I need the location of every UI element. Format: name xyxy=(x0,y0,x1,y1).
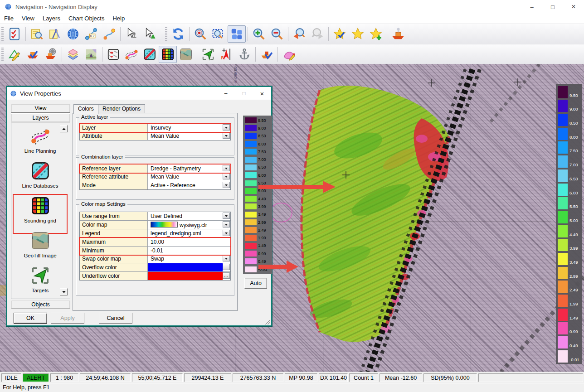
zoom-prev-button[interactable] xyxy=(290,25,308,43)
boat-sonar-button[interactable] xyxy=(42,46,60,63)
dropdown-button[interactable] xyxy=(223,230,230,236)
refresh-button[interactable] xyxy=(169,25,187,43)
property-value-mode[interactable]: Active - Reference xyxy=(148,181,230,189)
boat-check-button[interactable] xyxy=(24,46,42,63)
color-picker-button[interactable]: ... xyxy=(223,272,230,279)
measure-button[interactable]: 6.2 xyxy=(82,25,100,43)
zoom-out-button[interactable] xyxy=(268,25,286,43)
pan-button[interactable] xyxy=(228,25,246,43)
status-cell-7: MP 90.98 xyxy=(285,373,317,382)
ship-button[interactable] xyxy=(389,25,407,43)
dialog-minimize-button[interactable]: – xyxy=(217,87,235,100)
close-button[interactable]: × xyxy=(563,0,584,14)
property-value-use-range-from[interactable]: User Defined xyxy=(148,212,230,220)
dialog-close-button[interactable]: × xyxy=(253,87,271,100)
toolbar-grip[interactable] xyxy=(165,27,167,41)
anchor-button[interactable] xyxy=(235,46,253,63)
star-button[interactable] xyxy=(349,25,367,43)
status-cell-9: Count 1 xyxy=(349,373,378,382)
doc-search-icon xyxy=(30,27,44,41)
property-row: AttributeMean Value xyxy=(80,132,230,140)
dropdown-button[interactable] xyxy=(223,132,230,139)
layers-panel-button[interactable]: Layers xyxy=(11,113,70,122)
dialog-color-legend: 9.509.008.508.007.507.006.506.005.505.00… xyxy=(243,116,272,274)
property-value-color-map[interactable]: wysiwyg.clr xyxy=(148,221,230,229)
auto-button[interactable]: Auto xyxy=(244,278,267,289)
toolbar-grip[interactable] xyxy=(1,48,4,61)
menu-view[interactable]: View xyxy=(18,14,39,24)
property-value-attribute[interactable]: Mean Value xyxy=(148,132,230,140)
legend-entry: 0.49 xyxy=(558,335,582,349)
tab-render-options[interactable]: Render Options xyxy=(98,104,145,113)
layers-stack-button[interactable] xyxy=(64,46,82,63)
resize-grip[interactable] xyxy=(264,319,270,324)
edit-drawing-button[interactable] xyxy=(5,46,24,63)
dredge-boat-button[interactable] xyxy=(258,46,276,63)
anchor-cursor-button[interactable] xyxy=(122,25,141,43)
line-db-button[interactable] xyxy=(141,46,159,63)
objects-panel-button[interactable]: Objects xyxy=(11,300,70,309)
geotiff-button[interactable] xyxy=(177,46,195,63)
toolbar-grip[interactable] xyxy=(1,27,4,41)
toolbar-separator xyxy=(120,27,121,41)
layer-item-geotiff-image[interactable]: GeoTiff Image xyxy=(15,231,66,267)
property-value-layer[interactable]: Insurvey xyxy=(148,124,230,132)
menu-help[interactable]: Help xyxy=(108,14,129,24)
layer-item-line-databases[interactable]: Line Databases xyxy=(15,161,66,197)
minimize-button[interactable]: – xyxy=(521,0,542,14)
dialog-title-bar[interactable]: View Properties – □ × xyxy=(7,87,271,100)
layer-item-targets[interactable]: Targets xyxy=(15,266,66,299)
property-value-underflow-color[interactable]: ... xyxy=(148,272,230,280)
dropdown-button[interactable] xyxy=(223,221,230,227)
layer-item-sounding-grid[interactable]: Sounding grid xyxy=(15,196,66,232)
status-bar: IDLEALERT1 : 98024;59;46.108 N55;00;45.7… xyxy=(0,372,584,383)
property-value-overflow-color[interactable]: ... xyxy=(148,263,230,271)
property-value-reference-layer[interactable]: Dredge - Bathymetry xyxy=(148,165,230,173)
property-value-legend[interactable]: legend_dredging.xml xyxy=(148,229,230,237)
property-value-swap-color-map[interactable]: Swap xyxy=(148,255,230,263)
menu-chart-objects[interactable]: Chart Objects xyxy=(64,14,108,24)
maximize-button[interactable]: □ xyxy=(542,0,563,14)
toolbar-separator xyxy=(288,27,288,41)
property-value-minimum[interactable]: -0.01 xyxy=(148,247,230,255)
color-picker-button[interactable]: ... xyxy=(223,264,230,270)
zoom-in-icon xyxy=(252,27,266,41)
scroll-down-button[interactable] xyxy=(60,288,68,295)
checklist-button[interactable] xyxy=(5,25,24,43)
property-value-reference-attribute[interactable]: Mean Value xyxy=(148,173,230,181)
target-cursor-button[interactable] xyxy=(141,25,159,43)
dropdown-button[interactable] xyxy=(223,124,230,131)
view-panel-button[interactable]: View xyxy=(11,104,70,113)
layer-item-line-planning[interactable]: Line Planning xyxy=(15,126,66,162)
dropdown-button[interactable] xyxy=(223,165,230,171)
zoom-in-button[interactable] xyxy=(250,25,268,43)
tab-colors[interactable]: Colors xyxy=(73,104,98,114)
ok-button[interactable]: OK xyxy=(14,313,47,324)
north-arrow-button[interactable]: N xyxy=(217,46,235,63)
seabed-image-button[interactable] xyxy=(104,46,122,63)
scroll-up-button[interactable] xyxy=(60,125,68,132)
track-lines-button[interactable] xyxy=(122,46,141,63)
doc-search-button[interactable] xyxy=(28,25,46,43)
chart-boat-button[interactable] xyxy=(82,46,100,63)
menu-layers[interactable]: Layers xyxy=(39,14,64,24)
target-arrow-button[interactable] xyxy=(199,46,217,63)
star-add-button[interactable] xyxy=(367,25,385,43)
zoom-target-button[interactable] xyxy=(191,25,209,43)
star-check-button[interactable] xyxy=(331,25,349,43)
cancel-button[interactable]: Cancel xyxy=(99,313,132,324)
echo-edit-button[interactable] xyxy=(280,46,298,63)
menu-file[interactable]: File xyxy=(0,14,18,24)
compass-button[interactable] xyxy=(46,25,64,43)
title-bar: Navigation - Navigation Display – □ × xyxy=(0,0,584,14)
sounding-grid-button[interactable] xyxy=(159,46,177,63)
globe-button[interactable] xyxy=(64,25,82,43)
dropdown-button[interactable] xyxy=(223,213,230,219)
dropdown-button[interactable] xyxy=(223,182,230,188)
dropdown-button[interactable] xyxy=(223,173,230,179)
route-button[interactable] xyxy=(100,25,118,43)
property-value-maximum[interactable]: 10.00 xyxy=(148,238,230,246)
dropdown-button[interactable] xyxy=(223,255,230,261)
sounding-grid-icon xyxy=(161,48,175,61)
zoom-window-button[interactable] xyxy=(209,25,228,43)
